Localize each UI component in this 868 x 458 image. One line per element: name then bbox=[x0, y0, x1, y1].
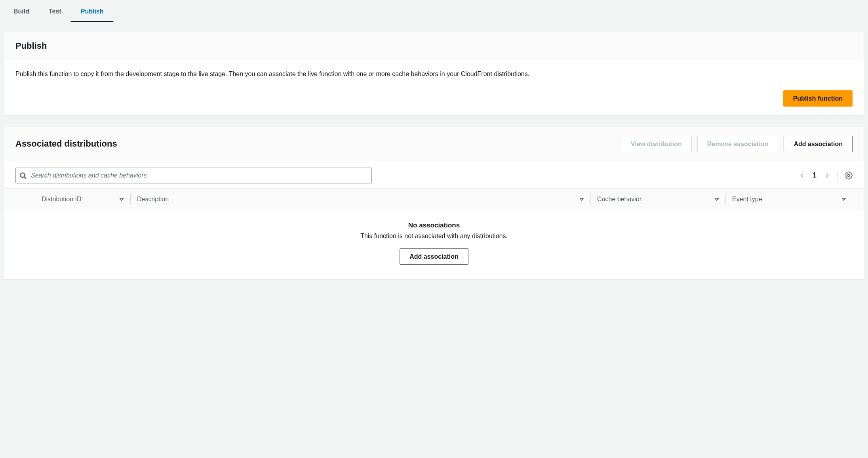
column-event-type[interactable]: Event type bbox=[726, 189, 853, 210]
column-label: Distribution ID bbox=[42, 196, 81, 203]
empty-title: No associations bbox=[12, 221, 856, 229]
search-icon bbox=[19, 172, 27, 179]
column-description[interactable]: Description bbox=[131, 189, 590, 210]
page-prev-button[interactable] bbox=[799, 172, 805, 179]
svg-line-1 bbox=[24, 177, 26, 179]
svg-marker-3 bbox=[120, 198, 123, 200]
column-select bbox=[15, 189, 35, 210]
publish-actions: Publish function bbox=[15, 90, 853, 107]
publish-panel-header: Publish bbox=[4, 32, 864, 60]
assoc-title: Associated distributions bbox=[15, 139, 117, 149]
add-association-button[interactable]: Add association bbox=[784, 136, 853, 152]
page-current: 1 bbox=[813, 171, 817, 179]
svg-point-2 bbox=[848, 174, 850, 176]
publish-function-button[interactable]: Publish function bbox=[783, 90, 853, 107]
svg-marker-6 bbox=[842, 198, 845, 200]
remove-association-button[interactable]: Remove association bbox=[697, 136, 779, 152]
column-label: Description bbox=[137, 196, 169, 203]
gear-icon bbox=[845, 172, 853, 179]
tabs-bar: Build Test Publish bbox=[4, 0, 864, 22]
publish-description: Publish this function to copy it from th… bbox=[15, 69, 853, 79]
tab-build[interactable]: Build bbox=[4, 0, 39, 22]
sort-icon bbox=[579, 197, 584, 202]
sort-icon bbox=[119, 197, 124, 202]
column-label: Cache behavior bbox=[597, 196, 641, 203]
search-input[interactable] bbox=[15, 168, 372, 183]
assoc-header-actions: View distribution Remove association Add… bbox=[621, 136, 853, 152]
publish-title: Publish bbox=[15, 41, 47, 51]
table-settings-button[interactable] bbox=[845, 172, 853, 179]
chevron-left-icon bbox=[799, 172, 805, 179]
publish-panel: Publish Publish this function to copy it… bbox=[4, 32, 864, 116]
empty-subtitle: This function is not associated with any… bbox=[12, 233, 856, 240]
pagination: 1 bbox=[799, 170, 853, 181]
publish-panel-body: Publish this function to copy it from th… bbox=[4, 60, 864, 115]
column-label: Event type bbox=[732, 196, 762, 203]
page-next-button[interactable] bbox=[824, 172, 830, 179]
svg-marker-4 bbox=[580, 198, 583, 200]
empty-add-association-button[interactable]: Add association bbox=[400, 248, 468, 265]
associated-distributions-panel: Associated distributions View distributi… bbox=[4, 127, 864, 279]
svg-marker-5 bbox=[715, 198, 718, 200]
assoc-toolbar: 1 bbox=[4, 161, 864, 188]
tab-publish[interactable]: Publish bbox=[71, 0, 113, 22]
pager-separator bbox=[837, 170, 838, 181]
chevron-right-icon bbox=[824, 172, 830, 179]
column-distribution-id[interactable]: Distribution ID bbox=[35, 189, 130, 210]
sort-icon bbox=[841, 197, 846, 202]
svg-point-0 bbox=[20, 173, 25, 177]
column-cache-behavior[interactable]: Cache behavior bbox=[591, 189, 725, 210]
empty-state: No associations This function is not ass… bbox=[4, 210, 864, 279]
assoc-panel-header: Associated distributions View distributi… bbox=[4, 127, 864, 161]
view-distribution-button[interactable]: View distribution bbox=[621, 136, 692, 152]
tab-test[interactable]: Test bbox=[39, 0, 71, 22]
search-wrap bbox=[15, 168, 372, 183]
sort-icon bbox=[714, 197, 719, 202]
table-header: Distribution ID Description Cache behavi… bbox=[4, 188, 864, 210]
